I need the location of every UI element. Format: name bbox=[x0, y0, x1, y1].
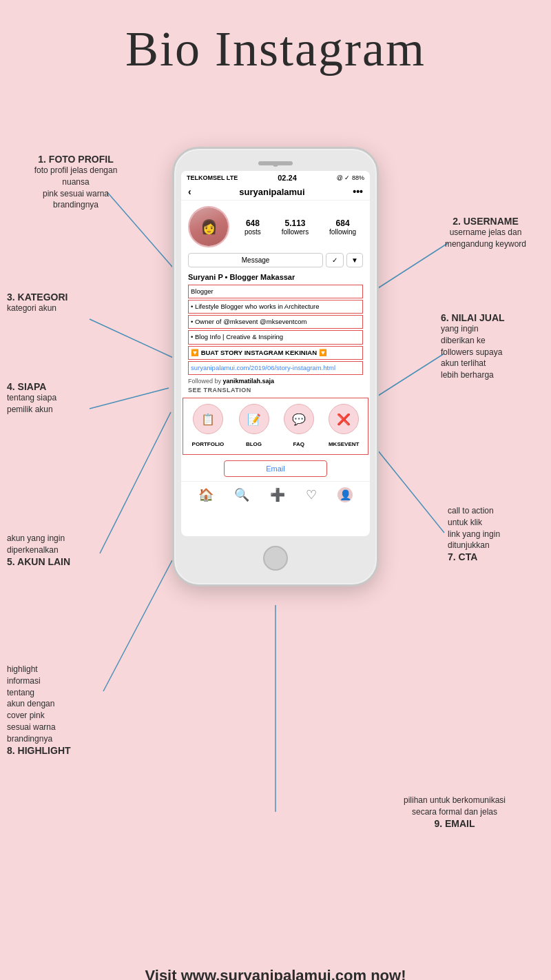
profile-avatar: 👩 bbox=[188, 206, 229, 247]
more-icon[interactable]: ••• bbox=[353, 186, 363, 197]
followed-by: Followed by yanikmatilah.saja bbox=[188, 378, 363, 385]
follow-button[interactable]: ✓ bbox=[326, 253, 344, 267]
icons-status: @ ✓ 88% bbox=[337, 174, 364, 181]
stat-posts: 648 posts bbox=[245, 218, 261, 236]
stat-followers: 5.113 followers bbox=[282, 218, 309, 236]
home-button[interactable] bbox=[263, 546, 288, 571]
followed-username: yanikmatilah.saja bbox=[223, 378, 275, 385]
bio-line-2: • Owner of @mksevent @mkseventcom bbox=[188, 315, 363, 329]
stat-following: 684 following bbox=[329, 218, 356, 236]
title-section: Bio Instagram bbox=[0, 0, 551, 92]
email-row: Email bbox=[181, 456, 370, 481]
svg-line-2 bbox=[90, 319, 179, 360]
bio-link[interactable]: suryanipalamui.com/2019/06/story-instagr… bbox=[188, 361, 363, 375]
highlight-mksevent[interactable]: ❌ MKSEVENT bbox=[329, 404, 359, 449]
highlight-portfolio[interactable]: 📋 PORTFOLIO bbox=[192, 404, 225, 449]
bio-line-3: • Blog Info | Creative & Inspiring bbox=[188, 330, 363, 344]
annotation-nilai-jual: 6. NILAI JUAL yang ingin diberikan ke fo… bbox=[441, 312, 544, 381]
svg-line-4 bbox=[100, 412, 171, 553]
phone-screen: TELKOMSEL LTE 02.24 @ ✓ 88% ‹ suryanipal… bbox=[181, 171, 370, 536]
email-button[interactable]: Email bbox=[224, 460, 327, 477]
annotation-cta: call to action untuk klik link yang ingi… bbox=[448, 505, 544, 562]
avatar-image: 👩 bbox=[189, 207, 228, 246]
phone-camera bbox=[273, 161, 278, 167]
bio-category: Blogger bbox=[188, 285, 363, 298]
annotation-highlight: highlight informasi tentang akun dengan … bbox=[7, 664, 103, 756]
annotation-email: pilihan untuk berkomunikasi secara forma… bbox=[399, 795, 510, 829]
bio-name: Suryani P • Blogger Makassar bbox=[188, 273, 295, 281]
main-area: 1. FOTO PROFIL foto profil jelas dengan … bbox=[0, 92, 551, 953]
profile-top-row: 👩 648 posts 5.113 followers bbox=[188, 206, 363, 247]
nav-profile-icon[interactable]: 👤 bbox=[337, 487, 353, 502]
profile-stats: 648 posts 5.113 followers 684 following bbox=[238, 218, 363, 236]
phone-body: TELKOMSEL LTE 02.24 @ ✓ 88% ‹ suryanipal… bbox=[172, 147, 379, 586]
phone-mockup: TELKOMSEL LTE 02.24 @ ✓ 88% ‹ suryanipal… bbox=[172, 147, 379, 586]
nav-add-icon[interactable]: ➕ bbox=[270, 487, 285, 502]
annotation-foto-profil: 1. FOTO PROFIL foto profil jelas dengan … bbox=[21, 154, 131, 211]
bio-cta-line: 🔽 BUAT STORY INSTAGRAM KEKINIAN 🔽 bbox=[188, 346, 363, 360]
action-buttons-row: Message ✓ ▼ bbox=[188, 253, 363, 267]
highlight-icon-portfolio: 📋 bbox=[193, 404, 223, 434]
footer-text: Visit www.suryanipalamui.com now! bbox=[145, 967, 406, 980]
highlight-icon-faq: 💬 bbox=[284, 404, 314, 434]
annotation-siapa: 4. SIAPA tentang siapa pemilik akun bbox=[7, 381, 90, 416]
bottom-nav: 🏠 🔍 ➕ ♡ 👤 bbox=[181, 481, 370, 508]
svg-line-6 bbox=[372, 443, 444, 533]
highlights-section: 📋 PORTFOLIO 📝 BLOG 💬 FAQ ❌ MKSEVENT bbox=[183, 398, 368, 455]
back-icon[interactable]: ‹ bbox=[188, 186, 191, 197]
ig-profile-section: 👩 648 posts 5.113 followers bbox=[181, 201, 370, 398]
highlight-icon-mksevent: ❌ bbox=[329, 404, 359, 434]
highlight-label-portfolio: PORTFOLIO bbox=[192, 441, 225, 447]
svg-line-7 bbox=[103, 560, 172, 691]
status-bar: TELKOMSEL LTE 02.24 @ ✓ 88% bbox=[181, 171, 370, 183]
see-translation[interactable]: SEE TRANSLATION bbox=[188, 387, 363, 394]
ig-username-header: suryanipalamui bbox=[239, 187, 304, 197]
ig-nav-header: ‹ suryanipalamui ••• bbox=[181, 183, 370, 201]
highlight-blog[interactable]: 📝 BLOG bbox=[239, 404, 269, 449]
phone-bottom bbox=[181, 536, 370, 576]
page-title: Bio Instagram bbox=[125, 21, 426, 76]
highlight-label-mksevent: MKSEVENT bbox=[329, 441, 359, 447]
nav-heart-icon[interactable]: ♡ bbox=[306, 487, 317, 502]
highlight-label-blog: BLOG bbox=[246, 441, 262, 447]
dropdown-button[interactable]: ▼ bbox=[346, 253, 363, 267]
time-display: 02.24 bbox=[278, 174, 297, 182]
network-status: TELKOMSEL LTE bbox=[187, 174, 238, 181]
nav-home-icon[interactable]: 🏠 bbox=[198, 487, 214, 502]
bio-section: Suryani P • Blogger Makassar Blogger • L… bbox=[188, 272, 363, 375]
highlight-icon-blog: 📝 bbox=[239, 404, 269, 434]
annotation-kategori: 3. KATEGORI kategori akun bbox=[7, 292, 90, 314]
bio-line-1: • Lifestyle Blogger who works in Archite… bbox=[188, 300, 363, 314]
svg-line-5 bbox=[368, 354, 444, 402]
highlight-faq[interactable]: 💬 FAQ bbox=[284, 404, 314, 449]
nav-search-icon[interactable]: 🔍 bbox=[234, 487, 249, 502]
svg-line-3 bbox=[90, 388, 169, 409]
footer-section: Visit www.suryanipalamui.com now! bbox=[0, 953, 551, 980]
annotation-akun-lain: akun yang ingin diperkenalkan 5. AKUN LA… bbox=[7, 533, 103, 567]
message-button[interactable]: Message bbox=[188, 253, 323, 267]
highlight-label-faq: FAQ bbox=[293, 441, 304, 447]
annotation-username: 2. USERNAME username jelas dan mengandun… bbox=[434, 216, 537, 250]
